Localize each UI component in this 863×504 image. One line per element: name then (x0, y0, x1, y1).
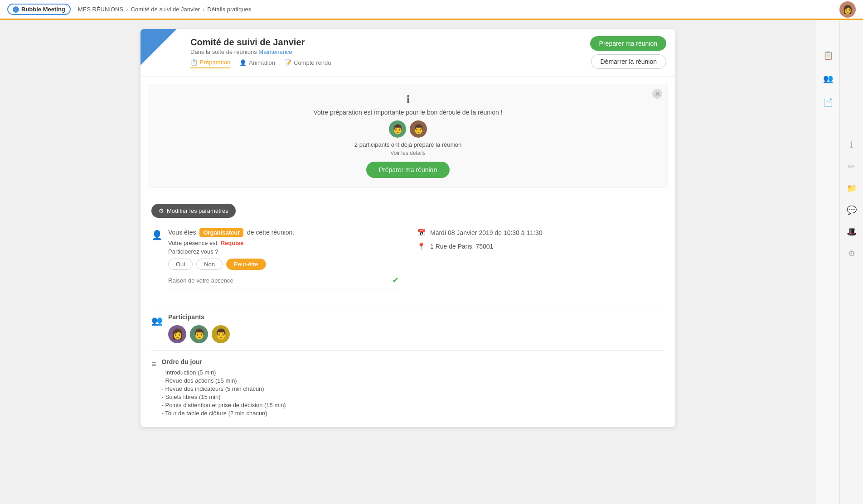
agenda-item-1: - Introduction (5 min) (162, 369, 664, 376)
meeting-location: 1 Rue de Paris, 75001 (430, 243, 493, 250)
sidebar-document-icon[interactable]: 📄 (820, 94, 836, 110)
agenda-content: Ordre du jour - Introduction (5 min) - R… (162, 358, 664, 418)
header-tabs: 📋 Préparation 👤 Animation 📝 Compte rendu (190, 59, 590, 68)
meeting-info: 📅 Mardi 08 Janvier 2019 de 10:30 à 11:30… (417, 229, 664, 250)
right-hat-icon[interactable]: 🎩 (844, 225, 859, 239)
agenda-icon: ≡ (151, 360, 156, 369)
meeting-subtitle: Dans la suite de réunions Maintenance (190, 48, 590, 55)
logo[interactable]: Bubble Meeting (7, 4, 71, 15)
right-chat-icon[interactable]: 💬 (844, 203, 859, 217)
card-body: ⚙ Modifier les paramètres 👤 Vous ê (141, 195, 675, 427)
right-column: 📅 Mardi 08 Janvier 2019 de 10:30 à 11:30… (417, 229, 664, 297)
tab-compte-rendu-icon: 📝 (284, 59, 291, 66)
gear-icon: ⚙ (159, 207, 164, 214)
notification-avatars: 👨 👨 (157, 120, 659, 138)
person-icon: 👤 (151, 230, 163, 240)
logo-text: Bubble Meeting (21, 6, 65, 13)
tab-compte-rendu-label: Compte rendu (294, 59, 331, 66)
participant-avatar-1: 👩 (168, 325, 186, 343)
absence-reason-input[interactable] (168, 277, 388, 284)
prepare-button-banner[interactable]: Préparer ma réunion (366, 162, 450, 178)
breadcrumb: MES RÉUNIONS › Comité de suivi de Janvie… (78, 6, 839, 13)
tab-preparation-icon: 📋 (190, 59, 198, 66)
right-panel: ℹ ✏ 📁 💬 🎩 ⚙ (839, 20, 863, 504)
participants-label: Participants (168, 313, 664, 321)
role-content: Vous êtes Organisateur de cette réunion.… (168, 229, 399, 289)
presence-label: Votre présence est (168, 240, 217, 246)
agenda-item-6: - Tour de table de clôture (2 min chacun… (162, 410, 664, 417)
right-edit-icon[interactable]: ✏ (844, 159, 859, 174)
notification-banner: ✕ ℹ Votre préparation est importante pou… (148, 84, 668, 187)
agenda-item-3: - Revue des indicateurs (5 min chacun) (162, 385, 664, 392)
subtitle-link[interactable]: Maintenance (258, 48, 292, 55)
chevron-2: › (203, 6, 204, 13)
participants-icon: 👥 (151, 315, 163, 326)
settings-bar: ⚙ Modifier les paramètres (151, 204, 664, 218)
organisateur-badge: Organisateur (199, 228, 243, 237)
subtitle-prefix: Dans la suite de réunions (190, 48, 257, 55)
agenda-section: ≡ Ordre du jour - Introduction (5 min) -… (151, 358, 664, 418)
info-icon: ℹ (157, 93, 659, 106)
content-area: Comité de suivi de Janvier Dans la suite… (0, 20, 816, 504)
agenda-item-5: - Points d'attention et prise de décisio… (162, 402, 664, 408)
sidebar-users-icon[interactable]: 👥 (820, 71, 836, 87)
participant-avatar-2: 👨 (190, 325, 208, 343)
calendar-icon: 📅 (417, 229, 426, 237)
participate-text: Participerez vous ? (168, 248, 399, 255)
two-column-layout: 👤 Vous êtes Organisateur de cette réunio… (151, 229, 664, 297)
role-section: 👤 Vous êtes Organisateur de cette réunio… (151, 229, 399, 289)
sidebar-clipboard-icon[interactable]: 📋 (820, 47, 836, 63)
breadcrumb-item-2[interactable]: Comité de suivi de Janvier (131, 6, 200, 13)
see-details-link[interactable]: Voir les détails (157, 150, 659, 156)
tab-animation[interactable]: 👤 Animation (239, 59, 275, 68)
tab-preparation[interactable]: 📋 Préparation (190, 59, 230, 68)
agenda-item-2: - Revue des actions (15 min) (162, 377, 664, 384)
answer-non[interactable]: Non (196, 259, 223, 270)
start-meeting-button[interactable]: Démarrer la réunion (591, 54, 667, 69)
meeting-card: Comité de suivi de Janvier Dans la suite… (141, 29, 675, 427)
answer-oui[interactable]: Oui (168, 259, 193, 270)
absence-input-row: ✔ (168, 275, 399, 289)
right-settings-icon[interactable]: ⚙ (844, 246, 859, 261)
right-info-icon[interactable]: ℹ (844, 138, 859, 152)
presence-value: Requise (221, 240, 244, 246)
notification-text: Votre préparation est importante pour le… (157, 109, 659, 116)
tab-compte-rendu[interactable]: 📝 Compte rendu (284, 59, 331, 68)
role-text: Vous êtes Organisateur de cette réunion. (168, 229, 399, 236)
location-row: 📍 1 Rue de Paris, 75001 (417, 242, 664, 250)
notification-count: 2 participants ont déjà préparé la réuni… (157, 141, 659, 148)
breadcrumb-item-1[interactable]: MES RÉUNIONS (78, 6, 123, 13)
left-column: 👤 Vous êtes Organisateur de cette réunio… (151, 229, 399, 297)
tab-animation-label: Animation (249, 59, 275, 66)
top-navigation: Bubble Meeting MES RÉUNIONS › Comité de … (0, 0, 863, 20)
presence-suffix: . (245, 240, 247, 246)
agenda-label: Ordre du jour (162, 358, 664, 365)
agenda-item-4: - Sujets libres (15 min) (162, 394, 664, 400)
divider-2 (151, 350, 664, 351)
header-triangle (141, 29, 177, 65)
date-row: 📅 Mardi 08 Janvier 2019 de 10:30 à 11:30 (417, 229, 664, 237)
role-suffix: de cette réunion. (247, 229, 294, 236)
answer-peut-etre[interactable]: Peut-être (226, 259, 266, 270)
header-buttons: Préparer ma réunion Démarrer la réunion (590, 36, 666, 69)
divider-1 (151, 306, 664, 306)
breadcrumb-item-3[interactable]: Détails pratiques (207, 6, 251, 13)
prepare-my-meeting-button[interactable]: Préparer ma réunion (590, 36, 666, 51)
participant-avatar-3: 👨 (212, 325, 230, 343)
logo-dot (13, 6, 19, 13)
card-header: Comité de suivi de Janvier Dans la suite… (141, 29, 675, 77)
check-icon: ✔ (392, 275, 399, 285)
meeting-date: Mardi 08 Janvier 2019 de 10:30 à 11:30 (430, 229, 543, 236)
tab-preparation-label: Préparation (200, 59, 230, 66)
right-sidebar-top: 📋 👥 📄 (816, 20, 839, 504)
participants-content: Participants 👩 👨 👨 (168, 313, 664, 343)
presence-text: Votre présence est Requise . (168, 240, 399, 246)
settings-button-label: Modifier les paramètres (167, 207, 228, 214)
notif-avatar-2: 👨 (410, 120, 427, 138)
participants-section: 👥 Participants 👩 👨 👨 (151, 313, 664, 343)
modify-settings-button[interactable]: ⚙ Modifier les paramètres (151, 204, 236, 218)
close-icon[interactable]: ✕ (652, 89, 662, 99)
avatar[interactable]: 👩 (839, 1, 856, 18)
right-folder-icon[interactable]: 📁 (844, 181, 859, 196)
meeting-title: Comité de suivi de Janvier (190, 37, 590, 48)
